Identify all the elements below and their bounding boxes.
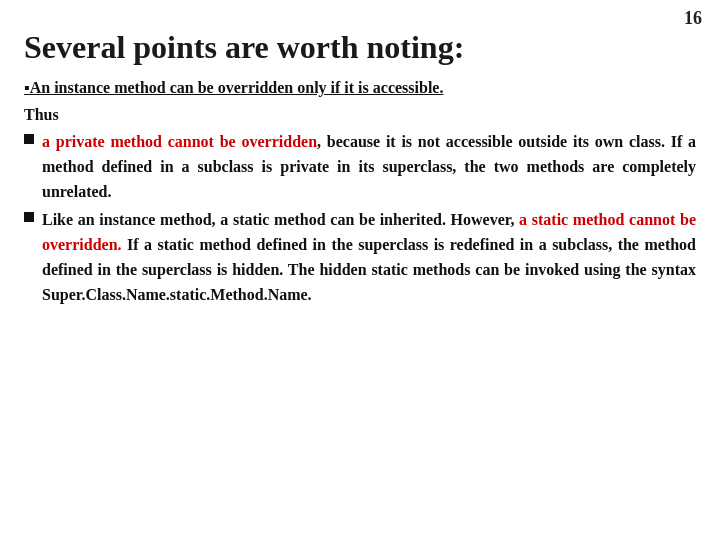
bullet-square-1 — [24, 134, 34, 144]
slide-content: ▪An instance method can be overridden on… — [24, 76, 696, 307]
bullet2-rest: If a static method defined in the superc… — [42, 236, 696, 303]
bullet-item-2: Like an instance method, a static method… — [24, 208, 696, 307]
slide-title: Several points are worth noting: — [24, 28, 696, 66]
bullet-square-2 — [24, 212, 34, 222]
red-text-1: a private method cannot be overridden — [42, 133, 317, 150]
bullet-header-text: ▪An instance method can be overridden on… — [24, 79, 443, 96]
bullet2-intro: Like an instance method, a static method… — [42, 211, 519, 228]
slide: 16 Several points are worth noting: ▪An … — [0, 0, 720, 540]
bullet-text-2: Like an instance method, a static method… — [42, 208, 696, 307]
bullet-text-1: a private method cannot be overridden, b… — [42, 130, 696, 204]
bullet-header: ▪An instance method can be overridden on… — [24, 76, 696, 101]
slide-number: 16 — [684, 8, 702, 29]
thus-label: Thus — [24, 103, 696, 128]
bullet-item-1: a private method cannot be overridden, b… — [24, 130, 696, 204]
